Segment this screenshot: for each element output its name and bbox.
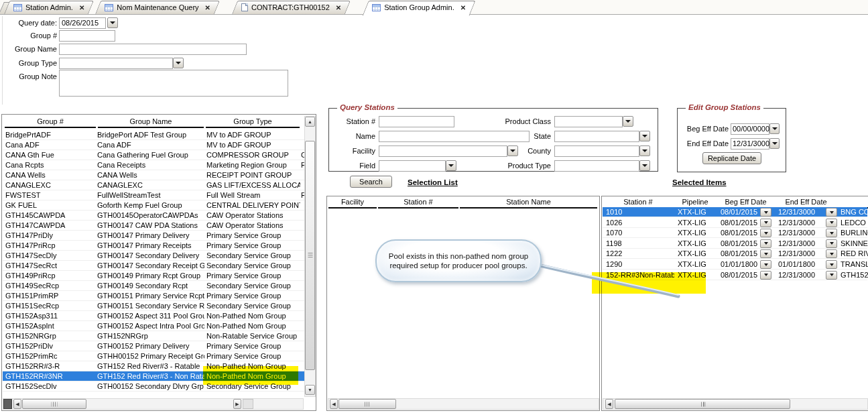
table-row[interactable]: Cana RcptsCana ReceiptsMarketing Region … bbox=[3, 160, 304, 170]
hscrollbar-thumb[interactable] bbox=[615, 399, 790, 409]
cell: XTX-LIG bbox=[678, 207, 717, 217]
table-row[interactable]: GTH152SecDlvGTH00152 Secondary Dlvry Grp… bbox=[3, 381, 304, 392]
table-row[interactable]: GTH152AspIntGTH00152 Aspect Intra Pool G… bbox=[3, 321, 304, 331]
field-dropdown-icon[interactable] bbox=[446, 160, 456, 171]
table-row[interactable]: GTH149SecRcpGTH00149 Secondary RcptSecon… bbox=[3, 281, 304, 291]
table-row[interactable]: 1070XTX-LIG08/01/201512/31/3000BURLINGT bbox=[603, 228, 867, 238]
table-row[interactable]: GTH151SecRcpGTH00151 Secondary Service R… bbox=[3, 301, 304, 311]
table-row[interactable]: GTH151PrimRPGTH00151 Primary Service Rcp… bbox=[3, 291, 304, 301]
end-eff-date-field[interactable]: 12/31/3000 bbox=[731, 138, 769, 150]
end-date-dropdown-icon[interactable] bbox=[826, 229, 837, 237]
group-type-dropdown-icon[interactable] bbox=[173, 58, 184, 68]
station-num-field[interactable] bbox=[379, 116, 454, 127]
column-header[interactable]: Facility bbox=[328, 198, 377, 209]
county-dropdown-icon[interactable] bbox=[639, 145, 650, 156]
group-name-field[interactable] bbox=[59, 44, 247, 55]
table-row[interactable]: Cana ADFCana ADFMV to ADF GROUP bbox=[3, 140, 304, 150]
vscrollbar-thumb[interactable] bbox=[305, 141, 315, 370]
table-row[interactable]: 1198XTX-LIG08/01/201512/31/3000SKINNER F bbox=[603, 239, 867, 249]
county-field[interactable] bbox=[554, 145, 639, 157]
table-row[interactable]: BridgePrtADFBridgePort ADF Test GroupMV … bbox=[3, 130, 304, 140]
table-row[interactable]: GTH152RR#3-RGTH152 Red River#3 - Ratable… bbox=[3, 361, 304, 371]
table-row[interactable]: 152-RR#3Non-RatableXTX-LIG08/01/201512/3… bbox=[603, 270, 867, 280]
beg-date-dropdown-icon[interactable] bbox=[760, 229, 771, 237]
product-type-field[interactable] bbox=[554, 160, 639, 172]
search-button[interactable]: Search bbox=[350, 176, 392, 188]
close-icon[interactable]: ✕ bbox=[336, 4, 341, 11]
end-eff-date-dropdown-icon[interactable] bbox=[769, 138, 780, 149]
table-row[interactable]: GTH152NRGrpGTH152NRGrpNon-Ratable Servic… bbox=[3, 331, 304, 341]
column-header[interactable]: Group Name bbox=[98, 117, 204, 128]
field-field[interactable] bbox=[379, 160, 446, 172]
table-row[interactable]: GTH147CAWPDAGTH00147 CAW PDA StationsCAW… bbox=[3, 221, 304, 231]
table-row[interactable]: CANA Gth FueCana Gathering Fuel GroupCOM… bbox=[3, 150, 304, 160]
table-row[interactable]: GTH147SecDlyGTH00147 Secondary DeliveryS… bbox=[3, 251, 304, 261]
facility-label: Facility bbox=[322, 147, 375, 155]
query-date-field[interactable]: 08/26/2015 bbox=[59, 17, 106, 29]
table-row[interactable]: GTH152RR#3NRGTH152 Red River#3 - Non Rat… bbox=[3, 371, 304, 381]
scroll-up-icon[interactable]: ▲ bbox=[305, 117, 315, 127]
table-row[interactable]: 1010XTX-LIG08/01/201512/31/3000BNG COM bbox=[603, 207, 867, 217]
replicate-date-button[interactable]: Replicate Date bbox=[702, 152, 761, 164]
beg-date-dropdown-icon[interactable] bbox=[760, 260, 771, 269]
hscrollbar-thumb[interactable] bbox=[338, 399, 396, 409]
end-date-dropdown-icon[interactable] bbox=[826, 260, 837, 269]
group-note-field[interactable] bbox=[59, 70, 288, 97]
beg-date-dropdown-icon[interactable] bbox=[760, 271, 771, 280]
table-row[interactable]: GTH149PriRcpGTH00149 Primary Rcpt GroupP… bbox=[3, 271, 304, 281]
end-date-dropdown-icon[interactable] bbox=[826, 271, 837, 280]
table-row[interactable]: GTH147PriRcpGTH00147 Primary ReceiptsPri… bbox=[3, 241, 304, 251]
table-row[interactable]: 1222XTX-LIG08/01/201512/31/3000RED RIVER bbox=[603, 249, 867, 259]
state-field[interactable] bbox=[554, 131, 639, 142]
column-header[interactable]: Station # bbox=[378, 198, 458, 209]
table-row[interactable]: GTH147SecRctGTH00147 Secondary Receipt G… bbox=[3, 261, 304, 271]
tab-station-admin[interactable]: Station Admin. ✕ bbox=[7, 1, 91, 14]
table-row[interactable]: GTH152PriDlvGTH00152 Primary DeliveryPri… bbox=[3, 341, 304, 351]
table-row[interactable]: GTH152PrimRcGTHH00152 Primary Receipt Gr… bbox=[3, 351, 304, 361]
tab-nom-maintenance-query[interactable]: Nom Maintenance Query ✕ bbox=[98, 1, 217, 14]
tab-contract-gth00152[interactable]: CONTRACT:GTH00152 ✕ bbox=[235, 1, 348, 14]
column-header[interactable]: Station Name bbox=[460, 198, 597, 209]
beg-date-dropdown-icon[interactable] bbox=[760, 249, 771, 258]
product-class-dropdown-icon[interactable] bbox=[623, 116, 633, 127]
end-date-dropdown-icon[interactable] bbox=[826, 239, 837, 248]
record-selector-box[interactable] bbox=[3, 399, 12, 409]
column-header[interactable]: Group Type bbox=[206, 117, 300, 128]
beg-date-dropdown-icon[interactable] bbox=[760, 239, 771, 248]
table-row[interactable]: GK FUELGoforth Kemp Fuel GroupCENTRAL DE… bbox=[3, 200, 304, 211]
cell: GTH00147 Primary Receipts bbox=[97, 241, 204, 251]
group-num-field[interactable] bbox=[59, 30, 115, 42]
table-row[interactable]: CANA WellsCANA WellsRECEIPT POINT GROUP bbox=[3, 170, 304, 180]
facility-field[interactable] bbox=[379, 145, 507, 157]
column-header[interactable]: Group # bbox=[5, 117, 96, 128]
scroll-left-icon[interactable]: ◀ bbox=[330, 399, 338, 409]
product-class-field[interactable] bbox=[554, 116, 623, 127]
end-date-dropdown-icon[interactable] bbox=[826, 249, 837, 258]
state-dropdown-icon[interactable] bbox=[639, 131, 650, 141]
end-date-dropdown-icon[interactable] bbox=[826, 208, 837, 217]
table-row[interactable]: GTH147PriDlyGTH00147 Primary DeliveryPri… bbox=[3, 231, 304, 241]
beg-eff-date-dropdown-icon[interactable] bbox=[769, 123, 780, 134]
scroll-left-icon[interactable]: ◀ bbox=[605, 399, 613, 409]
scroll-left-icon[interactable]: ◀ bbox=[13, 399, 21, 409]
close-icon[interactable]: ✕ bbox=[460, 4, 466, 11]
table-row[interactable]: FWSTESTFullWellStreamTestFull Well Strea… bbox=[3, 190, 304, 200]
table-row[interactable]: 1290XTX-LIG01/01/180001/01/1800TRANSLA bbox=[603, 259, 867, 270]
table-row[interactable]: 1026XTX-LIG08/01/201512/31/3000LEDCO ME bbox=[603, 218, 867, 228]
close-icon[interactable]: ✕ bbox=[79, 4, 84, 11]
beg-date-dropdown-icon[interactable] bbox=[760, 208, 771, 217]
tab-station-group-admin[interactable]: Station Group Admin. ✕ bbox=[365, 1, 473, 14]
table-row[interactable]: GTH152Asp311GTH00152 Aspect 311 Pool Gro… bbox=[3, 311, 304, 321]
product-type-dropdown-icon[interactable] bbox=[639, 160, 650, 171]
query-date-dropdown-icon[interactable] bbox=[107, 17, 118, 28]
beg-eff-date-field[interactable]: 00/00/0000 bbox=[731, 123, 769, 135]
group-type-field[interactable] bbox=[59, 58, 173, 69]
hscrollbar-thumb[interactable] bbox=[22, 399, 86, 409]
table-row[interactable]: CANAGLEXCCANAGLEXCGAS LIFT/EXCESS ALLOCA… bbox=[3, 180, 304, 190]
scroll-down-icon[interactable]: ▼ bbox=[305, 385, 315, 395]
end-date-dropdown-icon[interactable] bbox=[826, 219, 837, 227]
close-icon[interactable]: ✕ bbox=[205, 4, 210, 11]
scroll-right-icon[interactable]: ▶ bbox=[233, 399, 241, 409]
table-row[interactable]: GTH145CAWPDAGTH00145OperatorCAWPDAsCAW O… bbox=[3, 211, 304, 221]
beg-date-dropdown-icon[interactable] bbox=[760, 219, 771, 227]
